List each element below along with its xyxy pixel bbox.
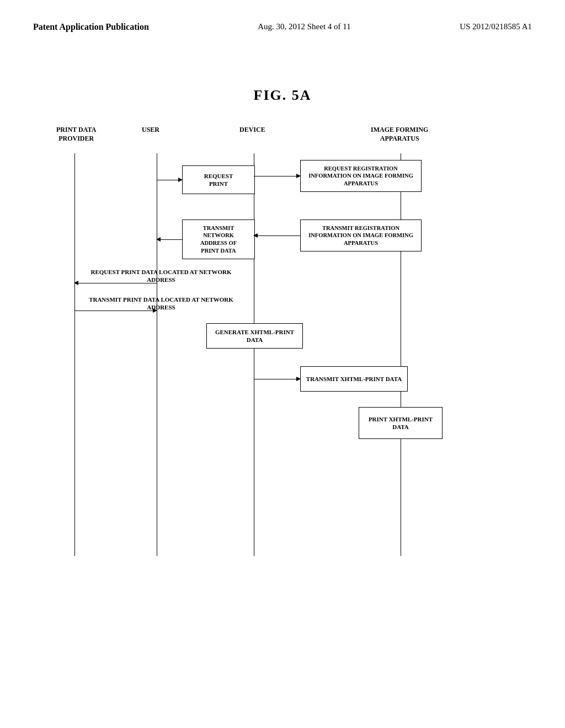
box-transmit-xhtml: TRANSMIT XHTML-PRINT DATA <box>300 366 408 392</box>
arrow-device-to-user-1 <box>157 239 182 240</box>
header-publication-label: Patent Application Publication <box>33 22 149 32</box>
arrow-ifa-to-device-1 <box>254 235 300 236</box>
box-transmit-reg-info: TRANSMIT REGISTRATION INFORMATION ON IMA… <box>300 220 422 251</box>
arrow-user-to-pdp-1 <box>74 283 157 283</box>
page-header: Patent Application Publication Aug. 30, … <box>0 0 565 43</box>
arrow-pdp-to-user-1 <box>74 311 157 311</box>
box-print-xhtml: PRINT XHTML-PRINT DATA <box>359 407 443 439</box>
col-device: DEVICE <box>239 126 265 135</box>
box-generate-xhtml: GENERATE XHTML-PRINT DATA <box>206 323 303 349</box>
header-patent-number: US 2012/0218585 A1 <box>460 22 532 31</box>
box-request-reg-info: REQUEST REGISTRATION INFORMATION ON IMAG… <box>300 160 422 192</box>
figure-title: FIG. 5A <box>0 87 565 104</box>
box-transmit-network: TRANSMIT NETWORK ADDRESS OF PRINT DATA <box>182 220 255 259</box>
arrow-user-to-device-1 <box>157 180 182 180</box>
arrow-device-to-ifa-1 <box>254 176 300 176</box>
vline-print-data-provider <box>74 153 75 556</box>
vline-image-forming <box>401 153 401 556</box>
vline-user <box>157 153 157 556</box>
sequence-diagram: PRINT DATA PROVIDER USER DEVICE IMAGE FO… <box>45 126 520 556</box>
label-request-print-data: REQUEST PRINT DATA LOCATED AT NETWORK AD… <box>78 268 244 284</box>
col-image-forming: IMAGE FORMING APPARATUS <box>371 126 428 143</box>
col-user: USER <box>142 126 159 135</box>
vline-device <box>254 153 254 556</box>
box-request-print: REQUEST PRINT <box>182 165 255 194</box>
col-print-data-provider: PRINT DATA PROVIDER <box>56 126 96 143</box>
label-transmit-print-data: TRANSMIT PRINT DATA LOCATED AT NETWORK A… <box>78 296 244 312</box>
header-date-sheet: Aug. 30, 2012 Sheet 4 of 11 <box>258 22 351 31</box>
arrow-device-to-ifa-2 <box>254 379 300 379</box>
